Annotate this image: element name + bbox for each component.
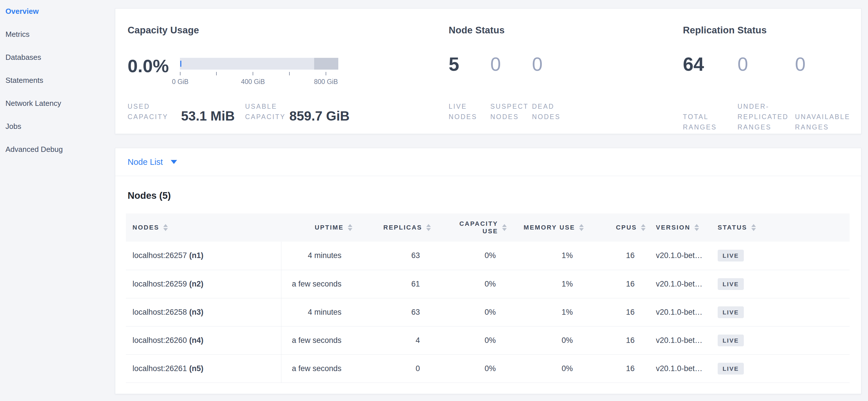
sidebar-item-overview[interactable]: Overview (5, 6, 115, 29)
sidebar-item-network-latency[interactable]: Network Latency (5, 98, 115, 121)
capacity-bar-used-indicator (180, 61, 181, 67)
node-status-panel: Node Status 5 0 0 LIVE NODES SUSPECT NOD… (449, 9, 661, 134)
capacity-usage-panel: Capacity Usage 0.0% 0 GiB 400 GiB 8 (128, 9, 447, 134)
capacity-footer-stats: USED CAPACITY 53.1 MiB USABLE CAPACITY 8… (128, 101, 349, 122)
node-status-title: Node Status (449, 25, 505, 36)
cluster-summary-card: Capacity Usage 0.0% 0 GiB 400 GiB 8 (115, 8, 861, 134)
node-link[interactable]: localhost:26257 (132, 251, 187, 260)
suspect-nodes-value: 0 (490, 54, 532, 74)
column-label: REPLICAS (383, 224, 422, 231)
axis-label-400gib: 400 GiB (241, 78, 265, 86)
sidebar-item-label: Metrics (5, 30, 30, 38)
status-badge: LIVE (718, 306, 744, 318)
column-label: NODES (132, 224, 159, 231)
live-nodes-value: 5 (449, 54, 490, 74)
node-status-labels: LIVE NODES SUSPECT NODES DEAD NODES (449, 101, 574, 122)
used-capacity-label: USED CAPACITY (128, 101, 165, 122)
capacity-use-cell: 0% (431, 241, 507, 270)
sidebar-item-label: Network Latency (5, 99, 61, 108)
column-header-memory-use[interactable]: MEMORY USE (507, 213, 584, 241)
tick (216, 72, 217, 75)
column-label: UPTIME (315, 224, 344, 231)
replication-status-title: Replication Status (683, 25, 767, 36)
version-cell: v20.1.0-bet… (646, 354, 707, 382)
uptime-cell: a few seconds (281, 270, 352, 298)
status-cell: LIVE (707, 270, 849, 298)
status-badge: LIVE (718, 335, 744, 346)
version-cell: v20.1.0-bet… (646, 298, 707, 326)
capacity-percent-value: 0.0% (128, 56, 169, 76)
sidebar-item-label: Databases (5, 53, 41, 62)
usable-capacity-value: 859.7 GiB (289, 110, 350, 122)
node-link[interactable]: localhost:26260 (132, 336, 187, 345)
under-replicated-ranges-label: UNDER-REPLICATED RANGES (738, 101, 789, 132)
uptime-cell: 4 minutes (281, 241, 352, 270)
node-list-dropdown-label: Node List (128, 157, 163, 167)
memory-use-cell: 0% (507, 326, 584, 354)
sidebar-item-advanced-debug[interactable]: Advanced Debug (5, 144, 115, 167)
capacity-use-cell: 0% (431, 298, 507, 326)
node-link[interactable]: localhost:26261 (132, 364, 187, 373)
column-label: CPUS (616, 224, 637, 231)
sidebar-nav: Overview Metrics Databases Statements Ne… (0, 0, 115, 401)
under-replicated-ranges-value: 0 (738, 54, 795, 74)
sidebar-item-jobs[interactable]: Jobs (5, 121, 115, 144)
sort-icon (348, 224, 352, 231)
sort-icon (751, 224, 756, 231)
cpus-cell: 16 (584, 354, 646, 382)
column-header-replicas[interactable]: REPLICAS (352, 213, 431, 241)
node-id: (n4) (189, 336, 204, 345)
node-link[interactable]: localhost:26258 (132, 308, 187, 316)
sort-icon (579, 224, 584, 231)
node-list-dropdown[interactable]: Node List (128, 157, 177, 167)
capacity-bar-chart: 0 GiB 400 GiB 800 GiB (180, 58, 338, 87)
capacity-use-cell: 0% (431, 326, 507, 354)
cockroachdb-overview-page: Overview Metrics Databases Statements Ne… (0, 0, 868, 401)
sidebar-item-statements[interactable]: Statements (5, 75, 115, 98)
suspect-nodes-label: SUSPECT NODES (490, 101, 525, 122)
replication-status-values: 64 0 0 (683, 54, 852, 74)
column-label: MEMORY USE (524, 224, 575, 231)
status-cell: LIVE (707, 326, 849, 354)
axis-label-0gib: 0 GiB (172, 78, 189, 86)
status-cell: LIVE (707, 354, 849, 382)
dead-nodes-label: DEAD NODES (532, 101, 566, 122)
node-list-selector-bar: Node List (115, 148, 861, 176)
node-id: (n1) (189, 251, 204, 260)
tick (289, 72, 290, 75)
replication-status-panel: Replication Status 64 0 0 TOTAL RANGES U… (683, 9, 861, 134)
cpus-cell: 16 (584, 270, 646, 298)
node-id: (n2) (189, 280, 204, 288)
replicas-cell: 63 (352, 241, 431, 270)
memory-use-cell: 1% (507, 298, 584, 326)
memory-use-cell: 1% (507, 270, 584, 298)
sidebar-item-databases[interactable]: Databases (5, 52, 115, 75)
uptime-cell: 4 minutes (281, 298, 352, 326)
tick (180, 72, 181, 75)
unavailable-ranges-label: UNAVAILABLE RANGES (795, 112, 849, 132)
column-label: VERSION (656, 224, 690, 231)
total-ranges-label: TOTAL RANGES (683, 112, 731, 132)
table-row: localhost:26257(n1) 4 minutes 63 0% 1% 1… (126, 241, 849, 270)
memory-use-cell: 0% (507, 354, 584, 382)
sort-icon (426, 224, 431, 231)
live-nodes-label: LIVE NODES (449, 101, 483, 122)
column-header-status[interactable]: STATUS (707, 213, 849, 241)
sidebar-item-metrics[interactable]: Metrics (5, 29, 115, 52)
column-header-uptime[interactable]: UPTIME (281, 213, 352, 241)
replicas-cell: 61 (352, 270, 431, 298)
node-link[interactable]: localhost:26259 (132, 280, 187, 288)
column-header-nodes[interactable]: NODES (126, 213, 281, 241)
column-header-version[interactable]: VERSION (646, 213, 707, 241)
status-badge: LIVE (718, 250, 744, 261)
nodes-table-title: Nodes (5) (128, 190, 171, 201)
replicas-cell: 63 (352, 298, 431, 326)
usable-capacity-label: USABLE CAPACITY (245, 101, 285, 122)
column-header-capacity-use[interactable]: CAPACITY USE (431, 213, 507, 241)
uptime-cell: a few seconds (281, 326, 352, 354)
capacity-usage-title: Capacity Usage (128, 25, 199, 36)
column-header-cpus[interactable]: CPUS (584, 213, 646, 241)
replicas-cell: 4 (352, 326, 431, 354)
cpus-cell: 16 (584, 298, 646, 326)
dead-nodes-value: 0 (532, 54, 574, 74)
